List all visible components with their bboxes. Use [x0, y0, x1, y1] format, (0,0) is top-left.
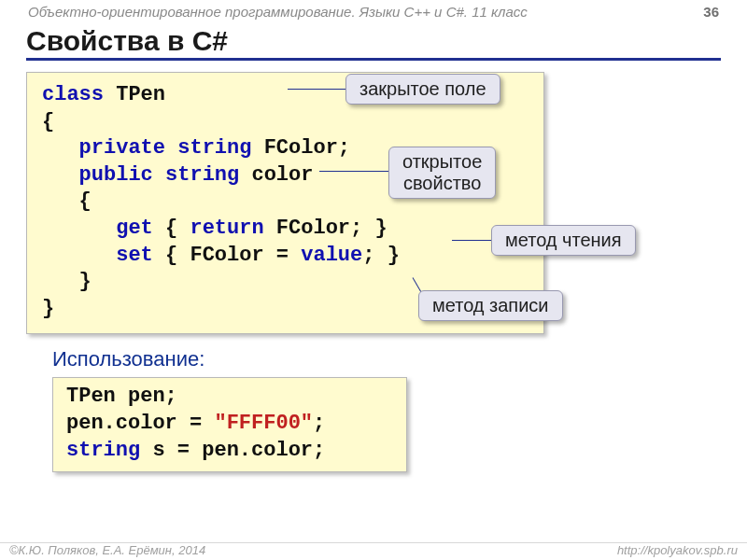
- code-txt: TPen pen;: [66, 385, 177, 408]
- code-txt: color: [239, 163, 313, 187]
- callout-public-property: открытое свойство: [388, 147, 496, 199]
- usage-label: Использование:: [52, 347, 721, 371]
- footer-url: http://kpolyakov.spb.ru: [617, 543, 738, 557]
- callout-private-field: закрытое поле: [345, 74, 500, 105]
- kw-string: string: [165, 136, 251, 160]
- kw-return: return: [190, 217, 263, 240]
- slide-footer: ©К.Ю. Поляков, Е.А. Ерёмин, 2014 http://…: [0, 542, 747, 557]
- code-txt: {: [42, 189, 92, 213]
- kw-class: class: [42, 83, 104, 106]
- slide-header: Объектно-ориентированное программировани…: [0, 0, 747, 21]
- string-literal: "FFFF00": [214, 412, 313, 435]
- callout-line: открытое: [402, 151, 482, 173]
- leader-line: [319, 171, 390, 172]
- code-txt: ;: [313, 412, 325, 435]
- kw-value: value: [301, 244, 362, 267]
- code-txt: pen.color =: [66, 412, 214, 435]
- kw-get: get: [42, 217, 153, 240]
- code-txt: {: [153, 217, 190, 240]
- code-txt: }: [42, 297, 54, 320]
- leader-line: [452, 240, 493, 241]
- code-txt: FColor;: [251, 136, 350, 160]
- callout-setter: метод записи: [418, 290, 563, 321]
- code-block-2: TPen pen; pen.color = "FFFF00"; string s…: [52, 377, 407, 472]
- footer-author: ©К.Ю. Поляков, Е.А. Ерёмин, 2014: [9, 543, 205, 557]
- slide-title: Свойства в C#: [26, 25, 721, 61]
- code-txt: FColor; }: [264, 217, 388, 240]
- leader-line: [288, 89, 347, 90]
- content: class TPen { private string FColor; publ…: [0, 61, 747, 472]
- title-wrap: Свойства в C#: [0, 21, 747, 61]
- page-number: 36: [703, 4, 719, 20]
- code-txt: {: [42, 110, 54, 133]
- callout-getter: метод чтения: [491, 225, 636, 256]
- code-txt: s = pen.color;: [140, 439, 325, 462]
- kw-string: string: [153, 163, 239, 187]
- code-txt: { FColor =: [153, 244, 301, 267]
- course-title: Объектно-ориентированное программировани…: [28, 4, 703, 20]
- kw-private: private: [42, 136, 165, 160]
- kw-set: set: [42, 244, 153, 267]
- code-txt: TPen: [104, 83, 165, 106]
- callout-line: свойство: [402, 173, 482, 194]
- code-txt: ; }: [362, 244, 400, 267]
- code-txt: }: [42, 270, 92, 293]
- kw-public: public: [42, 163, 153, 187]
- kw-string: string: [66, 439, 140, 462]
